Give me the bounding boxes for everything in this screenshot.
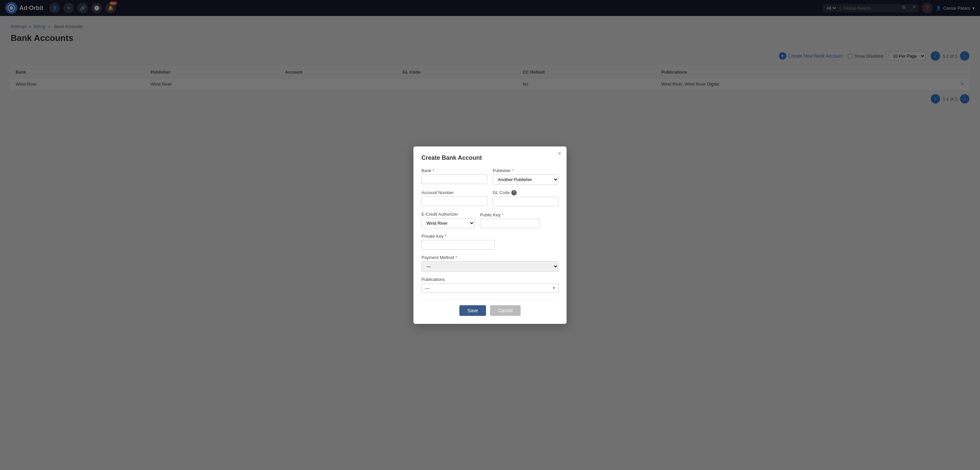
publications-label: Publications	[422, 277, 558, 282]
bank-required: *	[433, 168, 434, 173]
bank-label: Bank *	[422, 168, 487, 173]
public-key-required: *	[502, 212, 503, 218]
private-key-required: *	[445, 233, 446, 239]
bank-input[interactable]	[422, 175, 487, 184]
gl-code-label: GL Code ?	[493, 190, 558, 195]
publications-dropdown[interactable]: — ▾	[422, 283, 558, 293]
ecredit-label: E-Credit Authorizer	[422, 212, 475, 217]
private-key-input[interactable]	[422, 240, 495, 250]
create-bank-account-modal: × Create Bank Account Bank * Publisher *…	[414, 146, 566, 324]
form-group-gl-code: GL Code ?	[493, 190, 558, 206]
public-key-input[interactable]	[480, 219, 540, 228]
modal-footer: Save Cancel	[422, 300, 558, 316]
public-key-label: Public Key *	[480, 212, 558, 218]
payment-method-required: *	[455, 255, 457, 260]
account-number-label: Account Number	[422, 190, 487, 195]
publications-value: —	[425, 286, 430, 291]
publisher-required: *	[512, 168, 514, 173]
form-group-account-number: Account Number	[422, 190, 487, 206]
form-group-payment-method: Payment Method * — ACH Check Credit Card…	[422, 255, 558, 272]
payment-method-select[interactable]: — ACH Check Credit Card Wire	[422, 261, 558, 272]
publications-chevron-icon: ▾	[553, 286, 555, 290]
form-row-ecredit-publickey: E-Credit Authorizer Wind River Another P…	[422, 212, 558, 228]
payment-method-label: Payment Method *	[422, 255, 558, 260]
form-group-ecredit: E-Credit Authorizer Wind River Another P…	[422, 212, 475, 228]
account-number-input[interactable]	[422, 196, 487, 206]
form-row-bank-publisher: Bank * Publisher * Another Publisher Win…	[422, 168, 558, 185]
publisher-select[interactable]: Another Publisher Wind River	[493, 175, 558, 185]
private-key-label: Private Key *	[422, 233, 558, 239]
publisher-label: Publisher *	[493, 168, 558, 173]
modal-close-button[interactable]: ×	[558, 151, 561, 156]
form-group-publisher: Publisher * Another Publisher Wind River	[493, 168, 558, 185]
modal-title: Create Bank Account	[422, 154, 558, 162]
form-row-account-gl: Account Number GL Code ?	[422, 190, 558, 206]
ecredit-select[interactable]: Wind River Another Publisher	[422, 218, 475, 228]
form-group-publications: Publications — ▾	[422, 277, 558, 293]
save-button[interactable]: Save	[460, 305, 486, 316]
form-group-private-key: Private Key *	[422, 233, 558, 250]
gl-code-input[interactable]	[493, 197, 558, 206]
form-group-public-key: Public Key *	[480, 212, 558, 228]
cancel-button[interactable]: Cancel	[490, 305, 520, 316]
gl-code-help-icon[interactable]: ?	[511, 190, 517, 195]
modal-overlay: × Create Bank Account Bank * Publisher *…	[0, 0, 980, 470]
form-group-bank: Bank *	[422, 168, 487, 185]
